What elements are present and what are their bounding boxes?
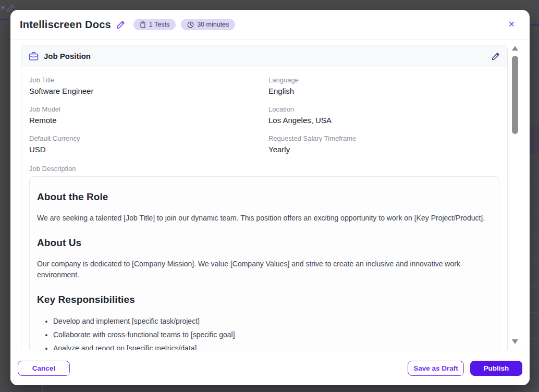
job-position-card-body: Job Title Software Engineer Language Eng…: [21, 67, 507, 350]
dimmed-background-divider: [530, 24, 539, 26]
modal-content-scroll-area[interactable]: Job Position Job Title Software Engineer…: [10, 39, 530, 350]
tests-badge: 1 Tests: [133, 19, 176, 30]
field-label: Default Currency: [29, 134, 260, 142]
pencil-icon: [116, 20, 125, 29]
field-value: USD: [29, 145, 260, 154]
field-job-model: Job Model Remote: [29, 105, 260, 125]
tests-badge-label: 1 Tests: [149, 21, 169, 28]
desc-paragraph: Our company is dedicated to [Company Mis…: [37, 259, 492, 280]
field-label: Job Title: [29, 76, 260, 84]
publish-button[interactable]: Publish: [470, 361, 522, 376]
tests-icon: [140, 21, 146, 28]
edit-title-button[interactable]: [116, 20, 125, 29]
header-badges: 1 Tests 30 minutes: [133, 19, 236, 30]
duration-badge-label: 30 minutes: [197, 21, 229, 28]
job-position-card-header: Job Position: [21, 45, 507, 67]
field-location: Location Los Angeles, USA: [268, 105, 499, 125]
scrollbar-thumb[interactable]: [512, 56, 518, 134]
field-label: Requested Salary Timeframe: [268, 134, 499, 142]
dimmed-background-underline: [0, 19, 10, 20]
job-fields-grid: Job Title Software Engineer Language Eng…: [29, 76, 499, 154]
field-value: English: [268, 87, 499, 95]
field-value: Remote: [29, 116, 260, 125]
save-as-draft-button[interactable]: Save as Draft: [408, 361, 464, 376]
cancel-button[interactable]: Cancel: [18, 361, 70, 376]
edit-job-position-button[interactable]: [492, 52, 500, 60]
job-description-label: Job Description: [29, 165, 499, 173]
desc-heading-about-role: About the Role: [37, 191, 492, 203]
field-label: Location: [268, 105, 499, 113]
field-job-title: Job Title Software Engineer: [29, 76, 260, 95]
desc-bullet: Collaborate with cross-functional teams …: [53, 330, 492, 340]
field-label: Job Model: [29, 105, 260, 113]
dimmed-background-row-highlight: [530, 125, 539, 154]
dimmed-background-sidebar-edge: [42, 385, 43, 392]
modal-title: Intelliscreen Docs: [20, 19, 111, 31]
field-salary-timeframe: Requested Salary Timeframe Yearly: [268, 134, 499, 154]
desc-heading-key-responsibilities: Key Responsibilities: [37, 294, 492, 305]
desc-bullet: Analyze and report on [specific metrics/…: [53, 344, 492, 350]
card-title: Job Position: [44, 52, 91, 60]
desc-paragraph: We are seeking a talented [Job Title] to…: [37, 213, 492, 223]
field-value: Software Engineer: [29, 87, 260, 95]
field-label: Language: [268, 76, 499, 84]
field-value: Los Angeles, USA: [268, 116, 499, 125]
briefcase-icon: [29, 52, 39, 61]
desc-bullet: Develop and implement [specific task/pro…: [53, 316, 492, 327]
scroll-up-arrow-icon[interactable]: [512, 46, 518, 51]
modal-footer: Cancel Save as Draft Publish: [10, 351, 530, 385]
job-edit-modal: Intelliscreen Docs 1 Tests 30 minutes: [10, 10, 530, 385]
field-default-currency: Default Currency USD: [29, 134, 260, 154]
dimmed-background-text-fragment: s: [1, 3, 5, 11]
pencil-icon: [492, 52, 500, 60]
modal-header: Intelliscreen Docs 1 Tests 30 minutes: [10, 10, 530, 39]
clock-icon: [187, 21, 194, 28]
vertical-scrollbar[interactable]: [511, 46, 519, 344]
job-description-content: About the Role We are seeking a talented…: [29, 176, 499, 350]
job-position-card: Job Position Job Title Software Engineer…: [21, 45, 508, 350]
dimmed-background-table: [530, 0, 539, 392]
scroll-down-arrow-icon[interactable]: [512, 339, 518, 344]
field-language: Language English: [268, 76, 499, 95]
desc-bullet-list: Develop and implement [specific task/pro…: [37, 316, 492, 350]
close-icon[interactable]: ✕: [506, 18, 517, 31]
duration-badge: 30 minutes: [181, 19, 235, 30]
field-value: Yearly: [268, 145, 499, 154]
desc-heading-about-us: About Us: [37, 237, 492, 249]
